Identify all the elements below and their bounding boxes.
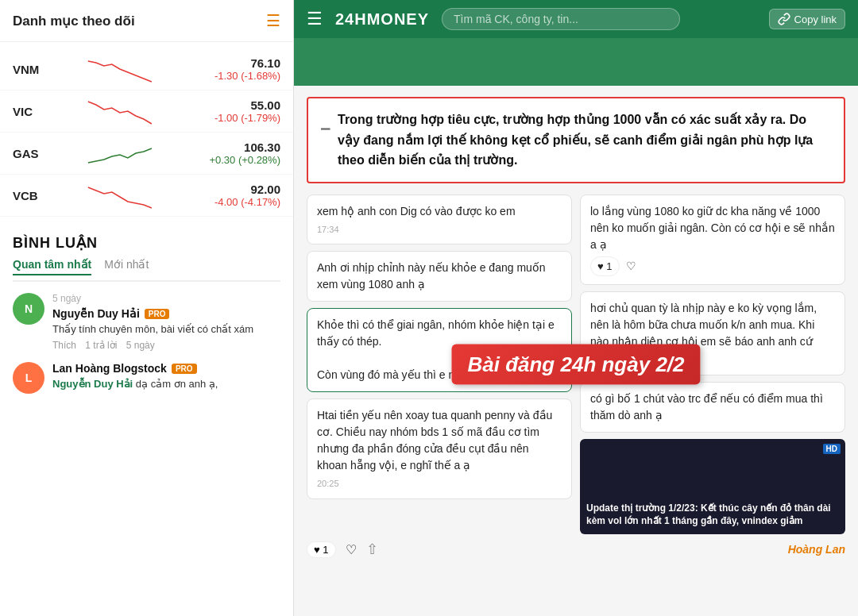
reply-author: Nguyễn Duy Hải — [52, 378, 133, 390]
binh-luan-title: BÌNH LUẬN — [13, 234, 280, 252]
video-text: Update thị trường 1/2/23: Kết thúc cây n… — [586, 502, 839, 529]
chat-bubble: lo lắng vùng 1080 ko giữ dc kha năng về … — [580, 194, 845, 286]
stock-values: 76.10 -1.30 (-1.68%) — [201, 56, 280, 82]
overlay-banner: Bài đăng 24h ngày 2/2 — [451, 345, 700, 385]
comment-body: Lan Hoàng Blogstock PRO Nguyễn Duy Hải d… — [52, 362, 280, 391]
comment-text: Thấy tính chuyên môn, bài viết có chất x… — [52, 322, 280, 337]
chat-bubble: xem hộ anh con Dig có vào được ko em 17:… — [307, 194, 572, 245]
chat-time: 17:34 — [317, 223, 562, 237]
brand-name: 24HMONEY — [335, 10, 429, 29]
video-thumbnail[interactable]: HD Update thị trường 1/2/23: Kết thúc câ… — [580, 439, 845, 534]
sidebar-title: Danh mục theo dõi — [13, 13, 135, 29]
hoang-lan-label: Hoàng Lan — [788, 543, 845, 556]
stock-price: 92.00 — [201, 183, 280, 196]
heart-empty[interactable]: ♡ — [626, 258, 636, 275]
chat-bubble: có gì bố 1 chút vào trc để nếu có điểm m… — [580, 382, 845, 433]
menu-icon[interactable]: ☰ — [266, 11, 280, 30]
binh-luan-section: BÌNH LUẬN Quan tâm nhất Mới nhất — [0, 223, 293, 287]
heart-empty-bottom[interactable]: ♡ — [346, 542, 357, 557]
comment-author: Lan Hoàng Blogstock — [52, 362, 167, 375]
stock-chart-gas — [39, 139, 201, 167]
avatar: N — [13, 293, 44, 325]
tab-quan-tam[interactable]: Quan tâm nhất — [13, 258, 91, 275]
stock-item-vic[interactable]: VIC 55.00 -1.00 (-1.79%) — [0, 90, 293, 133]
stock-change: +0.30 (+0.28%) — [201, 154, 280, 166]
stock-change: -1.00 (-1.79%) — [201, 112, 280, 124]
copy-icon — [778, 13, 790, 25]
stock-price: 55.00 — [201, 98, 280, 112]
stock-values: 55.00 -1.00 (-1.79%) — [201, 98, 280, 124]
hd-badge: HD — [823, 444, 841, 454]
heart-reaction: ♥ 1 — [590, 256, 620, 277]
stock-values: 106.30 +0.30 (+0.28%) — [201, 141, 280, 166]
topbar: ☰ 24HMONEY Copy link — [294, 0, 858, 38]
stock-symbol: VIC — [13, 105, 39, 118]
alert-box: ⎯ Trong trường hợp tiêu cực, trường hợp … — [307, 97, 845, 183]
stock-chart-vnm — [39, 55, 201, 83]
stock-price: 106.30 — [201, 141, 280, 154]
comment-list: N 5 ngày Nguyễn Duy Hải PRO Thấy tính ch… — [0, 287, 293, 616]
stock-values: 92.00 -4.00 (-4.17%) — [201, 183, 280, 208]
like-action[interactable]: Thích — [52, 340, 76, 351]
stock-price: 76.10 — [201, 56, 280, 70]
copy-link-label: Copy link — [794, 13, 837, 25]
stock-symbol: VCB — [13, 189, 39, 202]
stock-item-vcb[interactable]: VCB 92.00 -4.00 (-4.17%) — [0, 175, 293, 217]
chat-bubble: Anh ơi nhịp chỉnh này nếu khỏe e đang mu… — [307, 251, 572, 302]
chat-reactions: ♥ 1 ♡ — [590, 256, 835, 277]
green-banner — [294, 38, 858, 86]
stock-chart-vcb — [39, 181, 201, 210]
chat-bubble: Htai tiền yếu nên xoay tua quanh penny v… — [307, 398, 572, 499]
stock-item-gas[interactable]: GAS 106.30 +0.30 (+0.28%) — [0, 133, 293, 175]
sidebar-header: Danh mục theo dõi ☰ — [0, 0, 293, 42]
comment-item: L Lan Hoàng Blogstock PRO Nguyễn Duy Hải… — [13, 362, 280, 394]
comment-body: 5 ngày Nguyễn Duy Hải PRO Thấy tính chuy… — [52, 293, 280, 351]
heart-reaction-bottom: ♥ 1 — [307, 541, 336, 558]
reply-action[interactable]: 1 trả lời — [85, 340, 117, 351]
chat-time: 20:25 — [317, 477, 562, 491]
comment-author: Nguyễn Duy Hải — [52, 307, 140, 320]
stock-list: VNM 76.10 -1.30 (-1.68%) VIC 55.00 -1.00… — [0, 42, 293, 223]
content-area: ⎯ Trong trường hợp tiêu cực, trường hợp … — [294, 38, 858, 616]
comment-author-row: Lan Hoàng Blogstock PRO — [52, 362, 280, 375]
hamburger-icon[interactable]: ☰ — [307, 9, 323, 29]
stock-chart-vic — [39, 97, 201, 125]
time-label: 5 ngày — [126, 340, 155, 351]
sidebar: Danh mục theo dõi ☰ VNM 76.10 -1.30 (-1.… — [0, 0, 294, 616]
avatar: L — [13, 362, 44, 394]
comment-days: 5 ngày — [52, 293, 280, 304]
stock-change: -4.00 (-4.17%) — [201, 196, 280, 208]
stock-change: -1.30 (-1.68%) — [201, 70, 280, 82]
chat-container: xem hộ anh con Dig có vào được ko em 17:… — [294, 194, 858, 535]
comment-meta: Thích 1 trả lời 5 ngày — [52, 340, 280, 351]
comment-author-row: Nguyễn Duy Hải PRO — [52, 307, 280, 320]
main-content: ☰ 24HMONEY Copy link ⎯ Trong trường hợp … — [294, 0, 858, 616]
pro-badge: PRO — [172, 364, 197, 374]
bottom-reactions: ♥ 1 ♡ ⇧ Hoàng Lan — [294, 534, 858, 564]
comment-text: Nguyễn Duy Hải dạ cảm ơn anh ạ, — [52, 377, 280, 391]
comment-item: N 5 ngày Nguyễn Duy Hải PRO Thấy tính ch… — [13, 293, 280, 351]
stock-symbol: VNM — [13, 63, 39, 76]
stock-item-vnm[interactable]: VNM 76.10 -1.30 (-1.68%) — [0, 48, 293, 90]
binh-luan-tabs: Quan tâm nhất Mới nhất — [13, 258, 280, 282]
alert-text: Trong trường hợp tiêu cực, trường hợp th… — [338, 110, 831, 171]
pro-badge: PRO — [145, 309, 170, 319]
stock-symbol: GAS — [13, 147, 39, 160]
copy-link-button[interactable]: Copy link — [769, 9, 845, 29]
alert-icon: ⎯ — [321, 111, 330, 134]
share-button[interactable]: ⇧ — [366, 541, 378, 558]
search-input[interactable] — [442, 8, 680, 30]
tab-moi-nhat[interactable]: Mới nhất — [104, 258, 149, 275]
